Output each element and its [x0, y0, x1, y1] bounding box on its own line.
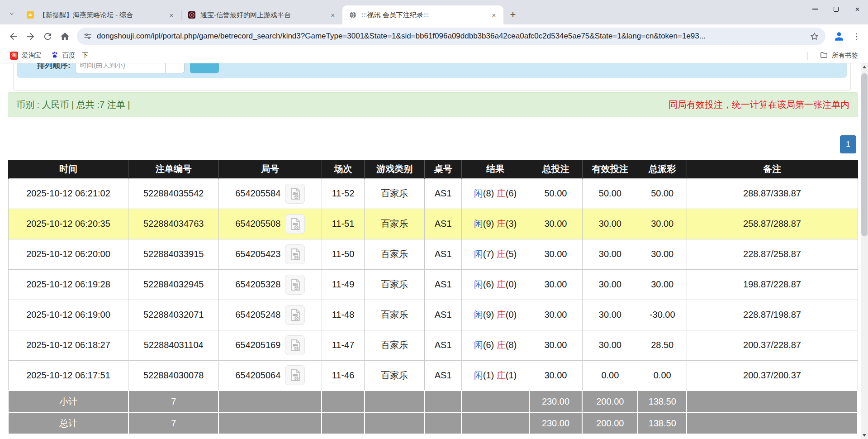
scroll-up-icon[interactable] [861, 63, 868, 71]
cell-result: 闲(6) 庄(0) [461, 269, 529, 300]
all-bookmarks-button[interactable]: 所有书签 [815, 49, 863, 62]
cell-round: 654205423 [218, 239, 322, 269]
address-bar[interactable]: dongshouji.com/ipl/portal.php/game/betre… [77, 28, 825, 45]
search-button[interactable] [190, 63, 219, 73]
cell-payout: 50.00 [638, 178, 687, 209]
back-button[interactable] [5, 28, 22, 45]
folder-icon [820, 51, 828, 61]
header-note: 备注 [687, 160, 858, 178]
cell-payout: 30.00 [638, 239, 687, 269]
tab-title: 通宝-信誉最好的网上游戏平台 [200, 11, 328, 19]
cell-result: 闲(8) 庄(6) [461, 178, 529, 209]
url-text[interactable]: dongshouji.com/ipl/portal.php/game/betre… [97, 32, 807, 41]
subtotal-empty [461, 391, 529, 412]
cell-note: 200.37/200.37 [687, 360, 858, 391]
search-form-bar: 排列顺序: [17, 63, 847, 78]
cell-table-no: AS1 [425, 330, 462, 360]
summary-info-bar: 币别 : 人民币 | 总共 :7 注单 | 同局有效投注，统一计算在该局第一张注… [8, 92, 858, 117]
forward-button[interactable] [22, 28, 39, 45]
taobao-icon: 淘 [10, 52, 18, 60]
scroll-down-icon[interactable] [861, 432, 868, 439]
bet-record-row: 2025-10-12 06:21:02522884035542654205584… [8, 178, 858, 209]
vertical-scrollbar[interactable] [861, 63, 868, 439]
video-replay-button[interactable] [285, 275, 305, 295]
bookmark-star-icon[interactable] [807, 29, 821, 43]
video-replay-button[interactable] [285, 365, 305, 385]
grand-total-empty [218, 412, 322, 434]
grand-total-empty [425, 412, 462, 434]
video-replay-button[interactable] [285, 335, 305, 355]
forum-favicon-icon [26, 11, 34, 19]
cell-game-type: 百家乐 [365, 300, 425, 330]
cell-session: 11-52 [322, 178, 365, 209]
header-time: 时间 [8, 160, 128, 178]
minimize-button[interactable] [804, 0, 825, 18]
tab-search-caret-icon[interactable] [5, 7, 18, 20]
close-button[interactable]: × [847, 0, 868, 18]
cell-payout: 30.00 [638, 269, 687, 300]
reload-button[interactable] [39, 28, 56, 45]
subtotal-label: 小计 [8, 391, 128, 412]
header-payout: 总派彩 [638, 160, 687, 178]
subtotal-valid-bet: 200.00 [582, 391, 638, 412]
page-1-button[interactable]: 1 [840, 135, 856, 153]
cell-payout: 0.00 [638, 360, 687, 391]
cell-result: 闲(6) 庄(8) [461, 330, 529, 360]
grand-total-count: 7 [128, 412, 218, 434]
header-game-type: 游戏类别 [365, 160, 425, 178]
sort-order-select[interactable] [166, 63, 185, 73]
grand-total-empty [461, 412, 529, 434]
cell-bet-no: 522884031104 [128, 330, 218, 360]
new-tab-button[interactable]: + [506, 8, 520, 21]
tab-close-icon[interactable]: × [328, 10, 338, 20]
home-button[interactable] [56, 28, 73, 45]
cell-bet-no: 522884034763 [128, 209, 218, 239]
subtotal-empty [425, 391, 462, 412]
subtotal-payout: 138.50 [638, 391, 687, 412]
scrollbar-thumb[interactable] [861, 73, 868, 236]
video-replay-button[interactable] [285, 214, 305, 234]
sort-order-input[interactable] [75, 63, 166, 73]
bookmark-baidu[interactable]: 百度一下 [46, 49, 93, 62]
cell-session: 11-49 [322, 269, 365, 300]
tab-close-icon[interactable]: × [489, 10, 499, 20]
cell-result: 闲(1) 庄(1) [461, 360, 529, 391]
tab-close-icon[interactable]: × [166, 10, 176, 20]
grand-total-payout: 138.50 [638, 412, 687, 434]
cell-table-no: AS1 [425, 239, 462, 269]
bet-record-page: 排列顺序: 币别 : 人民币 | 总共 :7 注单 | 同局有效投注，统一计算在… [0, 63, 868, 434]
cell-total-bet: 30.00 [529, 330, 583, 360]
baidu-paw-icon [51, 51, 59, 60]
video-replay-icon [288, 247, 302, 262]
maximize-button[interactable] [825, 0, 847, 18]
tab-tongbao[interactable]: 通宝-信誉最好的网上游戏平台 × [181, 5, 342, 24]
bookmark-taobao[interactable]: 淘 爱淘宝 [5, 49, 46, 62]
cell-table-no: AS1 [425, 269, 462, 300]
bet-record-row: 2025-10-12 06:19:00522884032071654205248… [8, 300, 858, 330]
bet-record-row: 2025-10-12 06:17:51522884030078654205064… [8, 360, 858, 391]
cell-bet-no: 522884035542 [128, 178, 218, 209]
subtotal-row: 小计 7 230.00 200.00 138.50 [8, 391, 858, 412]
cell-valid-bet: 0.00 [582, 360, 638, 391]
subtotal-empty [218, 391, 322, 412]
tab-bet-record-active[interactable]: :::视讯 会员下注纪录::: × [342, 5, 503, 24]
cell-time: 2025-10-12 06:20:35 [8, 209, 128, 239]
cell-valid-bet: 30.00 [582, 300, 638, 330]
cell-result: 闲(9) 庄(0) [461, 300, 529, 330]
tab-forum[interactable]: 【新提醒】海燕策略论坛 - 综合 × [20, 5, 181, 24]
browser-menu-icon[interactable]: ⋮ [850, 28, 863, 44]
cell-game-type: 百家乐 [365, 269, 425, 300]
video-replay-button[interactable] [285, 305, 305, 325]
all-bookmarks-label: 所有书签 [832, 51, 858, 60]
bookmark-label: 爱淘宝 [22, 51, 42, 60]
video-replay-button[interactable] [285, 244, 305, 264]
profile-avatar-icon[interactable] [831, 28, 847, 44]
cell-time: 2025-10-12 06:19:28 [8, 269, 128, 300]
cell-round: 654205584 [218, 178, 322, 209]
globe-favicon-icon [349, 11, 357, 19]
grand-total-empty [687, 412, 858, 434]
subtotal-empty [365, 391, 425, 412]
site-settings-icon[interactable] [83, 32, 92, 41]
cell-bet-no: 522884033915 [128, 239, 218, 269]
video-replay-button[interactable] [285, 184, 305, 204]
